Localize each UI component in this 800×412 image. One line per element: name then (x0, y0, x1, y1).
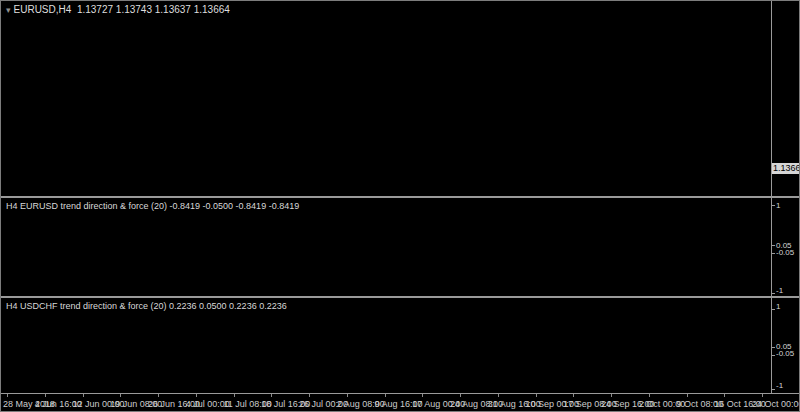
tick-mark (771, 347, 775, 348)
tick-mark (771, 389, 775, 390)
indicator-title-usdchf: H4 USDCHF trend direction & force (20) 0… (6, 301, 287, 311)
tick-mark (45, 394, 46, 397)
tick-mark (309, 394, 310, 397)
current-price-box: 1.13664 (772, 163, 800, 174)
tick-mark (234, 394, 235, 397)
chart-title-symbol: EURUSD,H4 (14, 4, 72, 15)
tick-mark (536, 394, 537, 397)
tick-mark (196, 394, 197, 397)
tick-mark (611, 394, 612, 397)
tick-mark (771, 355, 775, 356)
tick-mark (687, 394, 688, 397)
tick-mark (347, 394, 348, 397)
tick-mark (120, 394, 121, 397)
chart-title-ohlc: 1.13727 1.13743 1.13637 1.13664 (77, 4, 230, 15)
tick-mark (649, 394, 650, 397)
tick-mark (771, 205, 775, 206)
tick-mark (83, 394, 84, 397)
tick-mark (271, 394, 272, 397)
indicator-scale-label: -0.05 (776, 349, 794, 358)
main-chart-pane[interactable] (1, 1, 771, 196)
indicator-canvas-usdchf[interactable] (1, 298, 771, 393)
pane-splitter[interactable] (1, 196, 800, 198)
tick-mark (771, 293, 775, 294)
indicator-scale-label: -0.05 (776, 248, 794, 257)
chart-title: ▾EURUSD,H4 1.13727 1.13743 1.13637 1.136… (6, 4, 230, 15)
indicator-scale-label: -1 (776, 381, 783, 390)
chart-window: ▾EURUSD,H4 1.13727 1.13743 1.13637 1.136… (0, 0, 800, 412)
indicator-canvas-eurusd[interactable] (1, 198, 771, 296)
indicator-pane-eurusd-tdf[interactable] (1, 198, 771, 296)
indicator-title-eurusd: H4 EURUSD trend direction & force (20) -… (6, 201, 299, 211)
indicator-scale-label: -1 (776, 286, 783, 295)
tick-mark (771, 253, 775, 254)
price-scale-border (771, 1, 772, 394)
main-chart-canvas[interactable] (1, 1, 771, 196)
tick-mark (762, 394, 763, 397)
tick-mark (498, 394, 499, 397)
tick-mark (460, 394, 461, 397)
tick-mark (724, 394, 725, 397)
tick-mark (7, 394, 8, 397)
symbol-marker-icon: ▾ (6, 5, 11, 15)
tick-mark (158, 394, 159, 397)
indicator-scale-label: 1 (776, 302, 780, 311)
tick-mark (422, 394, 423, 397)
indicator-scale-label: 1 (776, 201, 780, 210)
tick-mark (771, 309, 775, 310)
pane-splitter[interactable] (1, 296, 800, 298)
tick-mark (573, 394, 574, 397)
indicator-pane-usdchf-tdf[interactable] (1, 298, 771, 393)
tick-mark (385, 394, 386, 397)
tick-mark (771, 245, 775, 246)
time-axis-label: 24 Oct 00:00 (752, 400, 800, 409)
